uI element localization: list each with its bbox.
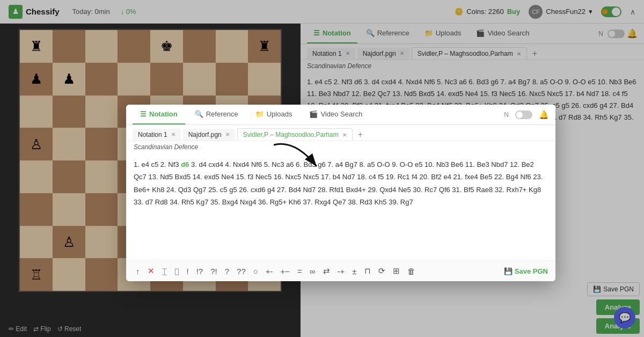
toolbar-rotate-icon[interactable]: ⟳ bbox=[376, 265, 387, 277]
toolbar-arrows-icon[interactable]: ⇄ bbox=[321, 265, 332, 277]
toolbar-plusminus2-icon[interactable]: +− bbox=[279, 266, 292, 277]
subtab-close-icon[interactable]: ✕ bbox=[342, 132, 347, 138]
modal-tabs: ☰ Notation 🔍 Reference 📁 Uploads 🎬 Video… bbox=[126, 105, 555, 125]
modal-tab-reference[interactable]: 🔍 Reference bbox=[187, 105, 246, 124]
toolbar-up-icon[interactable]: ↑ bbox=[134, 266, 142, 277]
modal-moves-highlight: d6 bbox=[181, 160, 189, 169]
modal-subtabs: Notation 1 ✕ Najdorf.pgn ✕ Svidler,P – M… bbox=[126, 125, 555, 141]
modal-tab-notation[interactable]: ☰ Notation bbox=[133, 105, 185, 124]
modal-tab-video-search[interactable]: 🎬 Video Search bbox=[302, 105, 370, 124]
modal-footer-toolbar: ↑ ✕ ⌶ ⌷ ! !? ?! ? ?? ○ +- +− = ∞ ⇄ -+ ± … bbox=[126, 260, 555, 281]
modal-panel: ☰ Notation 🔍 Reference 📁 Uploads 🎬 Video… bbox=[126, 105, 555, 281]
modal-subtab-svidler[interactable]: Svidler,P – Maghsoodloo,Parham ✕ bbox=[237, 128, 353, 141]
toolbar-circle-icon[interactable]: ○ bbox=[251, 266, 260, 277]
toolbar-excl-icon[interactable]: ! bbox=[185, 266, 191, 277]
modal-overlay: ☰ Notation 🔍 Reference 📁 Uploads 🎬 Video… bbox=[0, 0, 644, 337]
toolbar-grid-icon[interactable]: ⊞ bbox=[391, 265, 402, 277]
modal-n-label: N bbox=[504, 111, 509, 119]
modal-opening-label: Scandinavian Defence bbox=[126, 141, 555, 153]
modal-subtab-notation1[interactable]: Notation 1 ✕ bbox=[133, 129, 181, 141]
toolbar-minusplus-icon[interactable]: -+ bbox=[335, 266, 347, 277]
save-disk-icon: 💾 bbox=[504, 267, 513, 275]
modal-save-pgn-button[interactable]: 💾 Save PGN bbox=[504, 267, 548, 275]
subtab-close-icon[interactable]: ✕ bbox=[225, 131, 230, 137]
toolbar-square-icon[interactable]: ⊓ bbox=[362, 265, 373, 277]
subtab-close-icon[interactable]: ✕ bbox=[171, 131, 175, 137]
toolbar-x-icon[interactable]: ✕ bbox=[145, 265, 157, 277]
toolbar-delete-icon[interactable]: 🗑 bbox=[405, 266, 418, 277]
toolbar-equals-icon[interactable]: = bbox=[295, 266, 304, 277]
modal-toggle[interactable] bbox=[515, 111, 532, 119]
toolbar-q-excl-icon[interactable]: ?! bbox=[208, 266, 219, 277]
toolbar-q-icon[interactable]: ? bbox=[223, 266, 231, 277]
toolbar-pm-icon[interactable]: ± bbox=[350, 266, 358, 277]
toolbar-bracket2-icon[interactable]: ⌷ bbox=[172, 266, 181, 277]
modal-add-tab-button[interactable]: + bbox=[355, 130, 366, 140]
toolbar-infinity-icon[interactable]: ∞ bbox=[308, 266, 318, 277]
modal-notif-icon[interactable]: 🔔 bbox=[539, 110, 549, 120]
modal-moves-pre: 1. e4 c5 2. Nf3 bbox=[134, 160, 181, 169]
toolbar-qq-icon[interactable]: ?? bbox=[235, 266, 248, 277]
modal-subtab-najdorf[interactable]: Najdorf.pgn ✕ bbox=[183, 129, 235, 141]
toolbar-plusminus-icon[interactable]: +- bbox=[264, 266, 275, 277]
modal-tab-uploads[interactable]: 📁 Uploads bbox=[248, 105, 300, 124]
modal-moves-area: 1. e4 c5 2. Nf3 d6 3. d4 cxd4 4. Nxd4 Nf… bbox=[126, 153, 555, 260]
toolbar-excl-q-icon[interactable]: !? bbox=[194, 266, 206, 277]
modal-moves-post: 3. d4 cxd4 4. Nxd4 Nf6 5. Nc3 a6 6. Bd3 … bbox=[134, 160, 543, 206]
toolbar-bracket1-icon[interactable]: ⌶ bbox=[160, 266, 169, 277]
